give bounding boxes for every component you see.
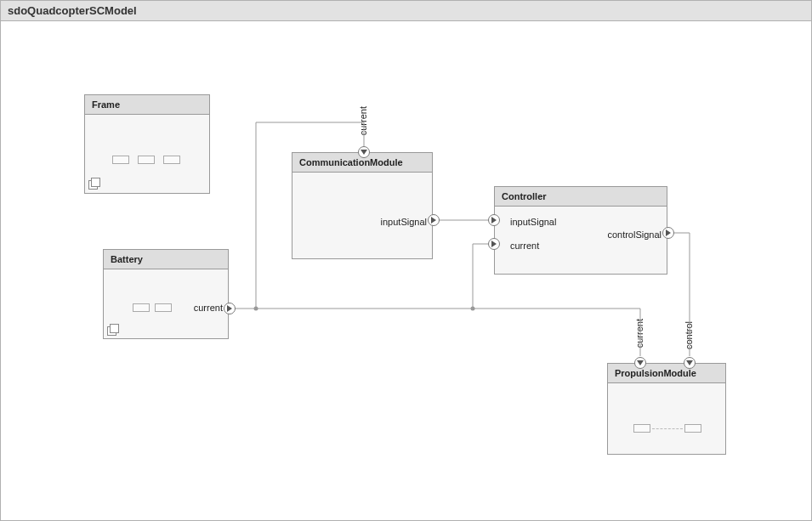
battery-port-current[interactable] xyxy=(224,303,236,314)
comm-port-inputsignal-label: inputSignal xyxy=(381,217,427,227)
controller-port-current-label: current xyxy=(510,241,539,251)
controller-port-controlsignal-label: controlSignal xyxy=(607,229,662,240)
model-window: sdoQuadcopterSCModel Frame xyxy=(0,0,812,521)
propulsion-slot-link xyxy=(652,428,683,429)
svg-point-1 xyxy=(471,307,475,311)
block-communication-module[interactable]: CommunicationModule inputSignal xyxy=(292,152,433,259)
propulsion-port-current[interactable] xyxy=(634,357,646,369)
frame-slot xyxy=(112,156,129,164)
block-frame[interactable]: Frame xyxy=(84,94,210,194)
block-controller[interactable]: Controller inputSignal current controlSi… xyxy=(494,186,667,275)
propulsion-port-control[interactable] xyxy=(684,357,696,369)
battery-slot xyxy=(155,303,172,312)
controller-port-controlsignal[interactable] xyxy=(662,227,674,239)
battery-port-current-label: current xyxy=(194,303,223,313)
propulsion-port-control-label: control xyxy=(684,321,694,349)
block-propulsion-header: PropulsionModule xyxy=(608,364,725,383)
block-propulsion-module[interactable]: PropulsionModule xyxy=(607,363,726,455)
subsystem-icon xyxy=(88,178,100,190)
battery-slot xyxy=(133,303,150,312)
comm-port-inputsignal[interactable] xyxy=(428,214,440,226)
controller-port-inputsignal[interactable] xyxy=(488,214,500,226)
propulsion-port-current-label: current xyxy=(634,319,644,348)
svg-point-0 xyxy=(254,307,258,311)
comm-port-current-label: current xyxy=(358,106,368,135)
propulsion-slot xyxy=(684,424,701,433)
diagram-canvas[interactable]: Frame Battery current CommunicationModul… xyxy=(1,21,811,520)
window-title: sdoQuadcopterSCModel xyxy=(1,1,811,21)
controller-port-inputsignal-label: inputSignal xyxy=(510,217,556,227)
subsystem-icon xyxy=(107,324,119,336)
block-battery[interactable]: Battery current xyxy=(103,249,229,339)
comm-port-current[interactable] xyxy=(358,146,370,158)
frame-slot xyxy=(138,156,155,164)
controller-port-current[interactable] xyxy=(488,238,500,250)
block-frame-header: Frame xyxy=(85,95,209,115)
block-battery-header: Battery xyxy=(104,250,228,269)
propulsion-slot xyxy=(633,424,650,433)
block-controller-header: Controller xyxy=(495,187,667,207)
frame-slot xyxy=(163,156,180,164)
